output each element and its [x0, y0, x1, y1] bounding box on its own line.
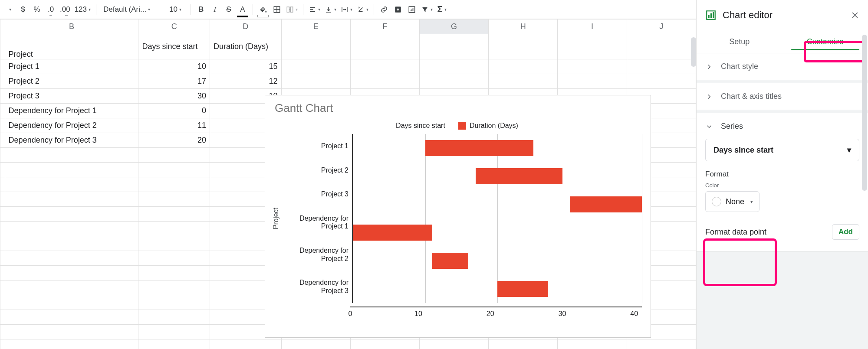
column-header[interactable]: G	[420, 20, 489, 34]
add-data-point-button[interactable]: Add	[832, 224, 859, 240]
close-icon	[851, 11, 859, 20]
sigma-icon: Σ	[437, 4, 443, 14]
column-header[interactable]: E	[281, 20, 350, 34]
column-header[interactable]: H	[489, 20, 558, 34]
font-family-select[interactable]: Default (Ari...	[100, 3, 156, 16]
section-chart-style[interactable]: Chart style	[697, 53, 868, 80]
format-label: Format	[705, 170, 859, 179]
separator	[191, 4, 191, 15]
cell[interactable]	[627, 34, 696, 59]
strikethrough-button[interactable]: S	[222, 3, 235, 16]
vertical-scroll-thumb[interactable]	[691, 37, 696, 67]
tab-customize[interactable]: Customize	[783, 30, 868, 53]
borders-button[interactable]	[270, 3, 283, 16]
series-select[interactable]: Days since start ▾	[705, 139, 859, 161]
cell[interactable]: 20	[138, 133, 210, 148]
insert-link-button[interactable]	[378, 3, 391, 16]
cell[interactable]	[281, 34, 350, 59]
cell[interactable]: Dependency for Project 2	[5, 118, 138, 133]
more-formats-button[interactable]: 123	[73, 3, 92, 16]
legend-item: Days since start	[396, 122, 445, 130]
cell[interactable]: 17	[138, 74, 210, 89]
series-color-select[interactable]: None ▾	[705, 191, 760, 212]
gantt-chart[interactable]: Gantt Chart Days since start Duration (D…	[265, 95, 651, 338]
cell[interactable]: 15	[210, 59, 282, 74]
scrollbar-thumb[interactable]	[862, 35, 867, 191]
text-wrap-button[interactable]	[339, 3, 354, 16]
section-label: Series	[721, 122, 743, 131]
increase-decimal-button[interactable]: .00 →	[58, 3, 72, 16]
column-header[interactable]: F	[350, 20, 419, 34]
column-header[interactable]: I	[558, 20, 627, 34]
paint-bucket-icon	[259, 6, 267, 13]
horizontal-align-button[interactable]	[307, 3, 322, 16]
section-series-header[interactable]: Series	[705, 122, 859, 131]
font-size-select[interactable]: 10	[164, 3, 187, 16]
chart-plot-area	[352, 134, 642, 303]
cell[interactable]	[350, 34, 419, 59]
close-sidebar-button[interactable]	[851, 11, 859, 20]
vertical-align-button[interactable]	[323, 3, 338, 16]
cell[interactable]: 30	[138, 89, 210, 104]
cell[interactable]	[558, 34, 627, 59]
fill-color-button[interactable]	[256, 3, 270, 16]
cell[interactable]: Project 3	[5, 89, 138, 104]
x-tick-label: 10	[414, 310, 422, 318]
section-series: Series Days since start ▾ Format Color N…	[697, 113, 868, 251]
column-header[interactable]: C	[138, 20, 210, 34]
text-rotation-button[interactable]	[355, 3, 370, 16]
insert-chart-button[interactable]	[405, 3, 418, 16]
cell[interactable]: Duration (Days)	[210, 34, 282, 59]
cell[interactable]	[489, 34, 558, 59]
x-tick-label: 30	[559, 310, 566, 318]
text-color-button[interactable]: A	[236, 3, 249, 16]
sidebar-header: Chart editor	[697, 0, 868, 30]
decrease-decimal-button[interactable]: .0 ←	[44, 3, 57, 16]
cell[interactable]: 11	[138, 118, 210, 133]
chart-bar	[497, 281, 548, 297]
x-tick-label: 40	[630, 310, 638, 318]
select-all-corner[interactable]	[0, 20, 5, 34]
format-percent-button[interactable]: %	[30, 3, 43, 16]
cell[interactable]: Project 2	[5, 74, 138, 89]
svg-rect-3	[708, 15, 710, 18]
chart-bar	[425, 140, 534, 156]
chart-y-axis-label: Project	[272, 208, 280, 229]
tab-setup[interactable]: Setup	[697, 30, 783, 53]
series-select-value: Days since start	[713, 146, 773, 155]
cell[interactable]: Dependency for Project 3	[5, 133, 138, 148]
cell[interactable]	[420, 34, 489, 59]
cell[interactable]: 12	[210, 74, 282, 89]
merge-cells-button[interactable]	[284, 3, 299, 16]
color-label: Color	[705, 182, 859, 189]
column-header[interactable]: B	[5, 20, 138, 34]
cell[interactable]: 10	[138, 59, 210, 74]
format-currency-button[interactable]: $	[16, 3, 30, 16]
cell[interactable]: Days since start	[138, 34, 210, 59]
column-header[interactable]: D	[210, 20, 282, 34]
sidebar-scrollbar[interactable]	[862, 35, 867, 346]
spreadsheet-grid[interactable]: B C D E F G H I J Project Days since sta…	[0, 19, 696, 349]
table-row: Project Days since start Duration (Days)	[0, 34, 696, 59]
section-chart-axis-titles[interactable]: Chart & axis titles	[697, 83, 868, 110]
category-label: Project 2	[283, 166, 349, 174]
cell[interactable]: Project	[5, 34, 138, 59]
italic-button[interactable]: I	[208, 3, 221, 16]
category-label: Dependency forProject 3	[283, 279, 349, 295]
cell[interactable]: Project 1	[5, 59, 138, 74]
x-tick-label: 0	[349, 310, 352, 318]
toolbar-overflow-left[interactable]	[3, 3, 16, 16]
cell[interactable]: Dependency for Project 1	[5, 104, 138, 118]
table-row: Project 2 17 12	[0, 74, 696, 89]
section-label: Chart & axis titles	[721, 92, 782, 101]
column-header[interactable]: J	[627, 20, 696, 34]
column-header-row: B C D E F G H I J	[0, 20, 696, 34]
create-filter-button[interactable]	[419, 3, 434, 16]
bold-button[interactable]: B	[194, 3, 207, 16]
category-label: Project 1	[283, 142, 349, 150]
functions-button[interactable]: Σ	[435, 3, 448, 16]
cell[interactable]: 0	[138, 104, 210, 118]
separator	[452, 4, 452, 15]
insert-comment-button[interactable]	[391, 3, 404, 16]
format-data-point-label: Format data point	[705, 228, 766, 237]
